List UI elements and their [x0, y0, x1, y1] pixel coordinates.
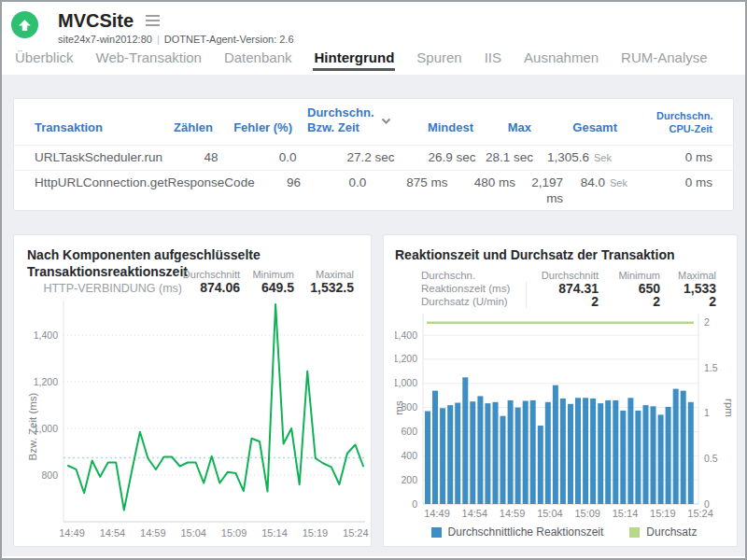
svg-text:14:59: 14:59 [500, 508, 526, 519]
column-header-label: Durchschn. Bzw. Zeit [307, 105, 378, 136]
svg-text:14:49: 14:49 [424, 508, 450, 519]
stat-tp-min: 2 [599, 295, 660, 308]
monitor-status-icon [11, 11, 38, 38]
up-arrow-icon [18, 19, 32, 32]
table-body: URLTaskScheduler.run480.027.2 sec26.9 se… [14, 145, 733, 210]
svg-text:15:04: 15:04 [537, 508, 563, 519]
tab-bar: ÜberblickWeb-TransaktionDatenbankHinterg… [2, 47, 745, 75]
tab-web-transaktion[interactable]: Web-Transaktion [85, 47, 213, 73]
tab-hintergrund[interactable]: Hintergrund [303, 47, 405, 73]
svg-text:15:19: 15:19 [303, 527, 329, 539]
stat-avg-value: 874.06 [182, 280, 240, 295]
tab-rum-analyse[interactable]: RUM-Analyse [610, 47, 719, 73]
cell-mindest: 26.9 sec [395, 149, 476, 165]
svg-text:1,400: 1,400 [34, 329, 58, 341]
hamburger-menu-icon[interactable] [146, 15, 160, 26]
response-time-line-chart: 8001,0001,2001,40014:4914:5414:5915:0415… [27, 296, 369, 540]
gesamt-value: 1,305.6 [547, 149, 589, 165]
svg-text:800: 800 [41, 469, 58, 481]
cell-mindest: 480 ms [448, 175, 516, 190]
svg-text:15:14: 15:14 [261, 527, 288, 539]
column-header-mindest[interactable]: Mindest [391, 120, 473, 135]
svg-text:15:09: 15:09 [574, 508, 600, 519]
column-header-zaehlen[interactable]: Zählen [157, 120, 213, 135]
cell-cpu: 0 ms [634, 175, 712, 190]
svg-text:1,200: 1,200 [395, 354, 417, 365]
response-throughput-card: Reaktionszeit und Durchsatz der Transakt… [383, 234, 738, 547]
stat-header-maximal: Maximal [294, 269, 354, 280]
tab-datenbank[interactable]: Datenbank [213, 47, 303, 73]
page-title: MVCSite [58, 10, 134, 31]
svg-text:200: 200 [401, 474, 417, 485]
gesamt-unit: Sek [610, 175, 634, 191]
tab-iis[interactable]: IIS [473, 47, 513, 73]
svg-text:1: 1 [704, 408, 710, 419]
stats-row-labels: Durchschn. Reaktionszeit (ms) Durchsatz … [421, 269, 526, 308]
tab-überblick[interactable]: Überblick [4, 47, 85, 73]
svg-text:15:24: 15:24 [343, 527, 369, 539]
cell-gesamt: 1,305.6Sek [533, 149, 618, 166]
svg-text:0.5: 0.5 [704, 453, 718, 464]
legend-item[interactable]: Durchsatz [629, 525, 697, 539]
svg-text:400: 400 [401, 450, 417, 461]
svg-text:0: 0 [412, 498, 417, 510]
cell-transaktion: HttpURLConnection.getResponseCode [35, 175, 255, 190]
stat-rt-min: 650 [599, 282, 660, 295]
svg-text:2: 2 [704, 317, 710, 329]
cell-zaehlen: 96 [255, 175, 301, 190]
svg-text:1,000: 1,000 [395, 378, 417, 389]
transactions-table-card: TransaktionZählenFehler (%)Durchschn. Bz… [13, 98, 734, 211]
column-header-label: Durchschn. CPU-Zeit [656, 110, 712, 136]
cell-dzeit: 875 ms [366, 175, 447, 190]
monitor-subtitle: site24x7-win2012:80|DOTNET-Agent-Version… [58, 34, 294, 45]
response-throughput-bar-chart: 02004006008001,0001,2001,40000.511.5214:… [395, 310, 735, 523]
svg-text:15:14: 15:14 [613, 508, 639, 519]
gesamt-value: 84.0 [581, 175, 605, 190]
column-header-fehler[interactable]: Fehler (%) [213, 120, 292, 135]
left-chart-stats: Durchschnitt Minimum Maximal HTTP-VERBIN… [42, 269, 354, 295]
gesamt-unit: Sek [594, 150, 618, 166]
table-row: URLTaskScheduler.run480.027.2 sec26.9 se… [14, 145, 733, 170]
svg-text:14:54: 14:54 [100, 527, 126, 539]
svg-text:ms: ms [395, 400, 404, 415]
column-header-cpu[interactable]: Durchschn. CPU-Zeit [617, 110, 712, 136]
svg-text:1,200: 1,200 [34, 376, 58, 387]
chart-legend: Durchschnittliche ReaktionszeitDurchsatz [395, 525, 733, 539]
column-header-transaktion[interactable]: Transaktion [35, 120, 157, 135]
stat-max-value: 1,532.5 [294, 280, 354, 295]
right-chart-title: Reaktionszeit und Durchsatz der Transakt… [395, 246, 733, 264]
svg-text:15:09: 15:09 [221, 527, 247, 539]
column-header-max[interactable]: Max [473, 120, 531, 135]
cell-fehler: 0.0 [218, 149, 296, 165]
stat-min-value: 649.5 [240, 280, 294, 295]
svg-text:rpm: rpm [724, 399, 735, 417]
cell-cpu: 0 ms [618, 149, 712, 165]
series-label: HTTP-VERBINDUNG (ms) [42, 282, 182, 295]
stat-header-durchschnitt: Durchschnitt [182, 269, 240, 280]
svg-text:600: 600 [401, 426, 417, 437]
component-response-time-card: Nach Komponenten aufgeschlüsselte Transa… [13, 234, 372, 547]
legend-swatch [629, 527, 640, 538]
cell-dzeit: 27.2 sec [297, 149, 395, 165]
cell-transaktion: URLTaskScheduler.run [35, 149, 162, 165]
svg-text:14:59: 14:59 [140, 527, 166, 539]
svg-text:15:04: 15:04 [180, 527, 206, 539]
stat-header-maximal: Maximal [660, 269, 716, 282]
table-header-row: TransaktionZählenFehler (%)Durchschn. Bz… [14, 99, 733, 145]
svg-text:Bzw. Zeit (ms): Bzw. Zeit (ms) [27, 393, 38, 461]
sort-desc-icon[interactable] [381, 118, 391, 124]
column-header-dzeit[interactable]: Durchschn. Bzw. Zeit [292, 105, 391, 136]
stat-header-minimum: Minimum [240, 269, 294, 280]
tab-spuren[interactable]: Spuren [405, 47, 472, 73]
cell-max: 28.1 sec [476, 149, 533, 165]
cell-gesamt: 84.0Sek [563, 175, 634, 191]
stat-header-durchschnitt: Durchschnitt [526, 269, 599, 282]
legend-label: Durchsatz [646, 525, 697, 539]
legend-item[interactable]: Durchschnittliche Reaktionszeit [431, 525, 604, 539]
legend-label: Durchschnittliche Reaktionszeit [448, 525, 604, 539]
svg-text:14:54: 14:54 [462, 508, 488, 519]
tab-ausnahmen[interactable]: Ausnahmen [513, 47, 610, 73]
column-header-gesamt[interactable]: Gesamt [531, 120, 617, 135]
svg-text:1.5: 1.5 [704, 362, 718, 373]
subtitle-separator: | [157, 34, 160, 45]
